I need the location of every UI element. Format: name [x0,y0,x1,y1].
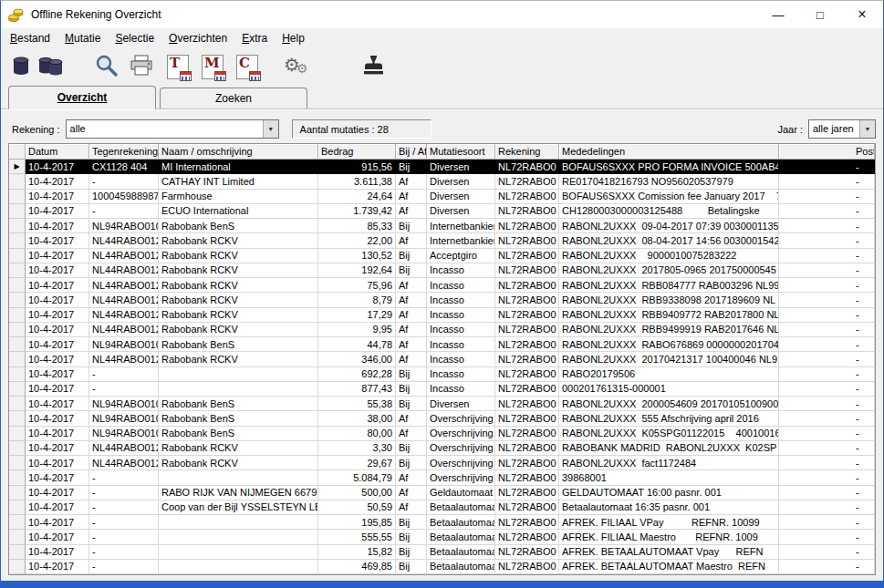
table-row[interactable]: 10-4-2017NL44RABO0123Rabobank RCKV130,52… [9,249,875,263]
table-row[interactable]: 10-4-2017-555,55BijBetaalautomaatNL72RAB… [9,530,875,544]
report-m-button[interactable]: M [198,52,227,81]
table-row[interactable]: 10-4-2017-15,82BijBetaalautomaatNL72RABO… [9,545,875,560]
table-row[interactable]: 10-4-2017NL44RABO0123Rabobank RCKV75,96A… [9,278,875,293]
menu-item-selectie[interactable]: Selectie [108,28,161,48]
row-selector[interactable] [9,486,26,500]
cell-bedrag: 915,56 [318,160,396,174]
table-row[interactable]: ▶10-4-2017CX1128 404MI International915,… [9,160,875,174]
table-row[interactable]: 10-4-2017NL44RABO0123Rabobank RCKV17,29A… [9,308,875,323]
row-selector[interactable] [9,456,26,470]
row-selector[interactable] [9,397,26,411]
tab-zoeken[interactable]: Zoeken [160,88,307,108]
menu-item-extra[interactable]: Extra [234,28,275,48]
table-row[interactable]: 10-4-2017-CATHAY INT Limited3.611,38AfDi… [9,174,875,189]
row-selector[interactable]: ▶ [9,160,26,174]
table-row[interactable]: 10-4-2017NL94RABO0104Rabobank BenS85,33B… [9,219,875,233]
table-row[interactable]: 10-4-2017-5.084,79AfOverschrijvingNL72RA… [9,470,875,485]
row-selector[interactable] [9,500,26,515]
row-selector[interactable] [9,530,26,544]
cell-post: - [779,249,875,263]
row-selector[interactable] [9,337,26,352]
cell-post: - [779,219,875,233]
table-row[interactable]: 10-4-2017NL44RABO0123Rabobank RCKV29,67B… [9,456,875,470]
table-row[interactable]: 10-4-2017NL44RABO0123Rabobank RCKV22,00A… [9,233,875,248]
cell-mededelingen: RABONL2UXXX RABO676869 0000000201704 [559,337,779,352]
column-header-mededelingen[interactable]: Mededelingen [559,144,779,160]
table-row[interactable]: 10-4-2017100045988987Farmhouse24,64AfDiv… [9,190,875,204]
row-selector[interactable] [9,382,26,397]
table-row[interactable]: 10-4-2017NL94RABO0104Rabobank BenS80,00A… [9,427,875,441]
chevron-down-icon[interactable]: ▼ [859,120,875,138]
row-selector[interactable] [9,411,26,426]
cell-tegenrekening: NL44RABO0123 [89,249,159,263]
table-row[interactable]: 10-4-2017-692,28BijIncassoNL72RABO0RABO2… [9,367,875,382]
row-selector[interactable] [9,190,26,204]
row-selector[interactable] [9,352,26,366]
row-selector[interactable] [9,174,26,189]
menu-item-help[interactable]: Help [275,28,312,48]
chevron-down-icon[interactable]: ▼ [263,120,278,138]
row-selector[interactable] [9,278,26,293]
row-selector[interactable] [9,233,26,248]
table-row[interactable]: 10-4-2017-469,85BijBetaalautomaatNL72RAB… [9,560,875,574]
table-row[interactable]: 10-4-2017-195,85BijBetaalautomaatNL72RAB… [9,515,875,530]
maximize-button[interactable]: □ [799,1,841,28]
row-selector[interactable] [9,545,26,560]
menu-item-overzichten[interactable]: Overzichten [161,28,234,48]
table-row[interactable]: 10-4-2017NL44RABO0123Rabobank RCKV346,00… [9,352,875,366]
table-row[interactable]: 10-4-2017-Coop van der Bijl YSSELSTEYN L… [9,500,875,515]
table-row[interactable]: 10-4-2017NL44RABO0123Rabobank RCKV9,95Af… [9,323,875,337]
row-selector[interactable] [9,323,26,337]
table-row[interactable]: 10-4-2017NL94RABO0104Rabobank BenS38,00A… [9,411,875,426]
column-header-bij-af[interactable]: Bij / Af [396,144,427,160]
row-selector[interactable] [9,293,26,307]
table-row[interactable]: 10-4-2017NL44RABO0123Rabobank RCKV192,64… [9,263,875,278]
print-button[interactable] [127,52,156,81]
table-row[interactable]: 10-4-2017-ECUO International1.739,42AfDi… [9,204,875,219]
search-button[interactable] [92,52,121,81]
database-button[interactable] [6,52,36,81]
report-c-button[interactable]: C [233,52,262,81]
close-button[interactable]: × [841,1,883,28]
column-header-bedrag[interactable]: Bedrag [318,144,396,160]
row-selector[interactable] [9,263,26,278]
title-bar: Offline Rekening Overzicht — □ × [1,1,883,28]
row-selector[interactable] [9,515,26,530]
settings-button[interactable]: ⚙⚙ [284,52,313,81]
cell-datum: 10-4-2017 [26,219,89,233]
table-row[interactable]: 10-4-2017NL94RABO0104Rabobank BenS55,38B… [9,397,875,411]
table-row[interactable]: 10-4-2017NL44RABO0123Rabobank RCKV3,30Bi… [9,441,875,456]
table-row[interactable]: 10-4-2017NL44RABO0123Rabobank RCKV8,79Af… [9,293,875,307]
row-selector[interactable] [9,441,26,456]
cell-mutatiesoort: Incasso [427,323,495,337]
tab-overzicht[interactable]: Overzicht [8,86,156,109]
column-header-post[interactable]: Post [779,144,875,160]
cell-datum: 10-4-2017 [26,293,89,307]
minimize-button[interactable]: — [757,1,799,28]
column-header-datum[interactable]: Datum [26,144,89,160]
cell-mededelingen: RABOBANK MADRID RABONL2UXXX K02SP [559,441,779,456]
row-selector[interactable] [9,249,26,263]
column-header-rekening[interactable]: Rekening [495,144,559,160]
menu-item-bestand[interactable]: Bestand [3,28,57,48]
column-header-naam[interactable]: Naam / omschrijving [159,144,318,160]
row-selector[interactable] [9,427,26,441]
database-copy-button[interactable] [36,52,65,81]
row-selector[interactable] [9,367,26,382]
stamp-button[interactable] [359,52,388,81]
table-row[interactable]: 10-4-2017-RABO RIJK VAN NIJMEGEN 6679EN5… [9,486,875,500]
row-selector[interactable] [9,204,26,219]
row-selector[interactable] [9,560,26,574]
row-selector[interactable] [9,219,26,233]
table-row[interactable]: 10-4-2017-877,43BijIncassoNL72RABO000020… [9,382,875,397]
cell-mutatiesoort: Diversen [427,160,495,174]
column-header-tegenrekening[interactable]: Tegenrekening [89,144,159,160]
column-header-mutatiesoort[interactable]: Mutatiesoort [427,144,495,160]
report-t-button[interactable]: T [163,52,192,81]
menu-item-mutatie[interactable]: Mutatie [57,28,108,48]
table-row[interactable]: 10-4-2017NL94RABO0104Rabobank BenS44,78A… [9,337,875,352]
jaar-dropdown[interactable]: alle jaren ▼ [808,119,876,139]
row-selector[interactable] [9,470,26,485]
rekening-dropdown[interactable]: alle ▼ [66,119,279,139]
row-selector[interactable] [9,308,26,323]
